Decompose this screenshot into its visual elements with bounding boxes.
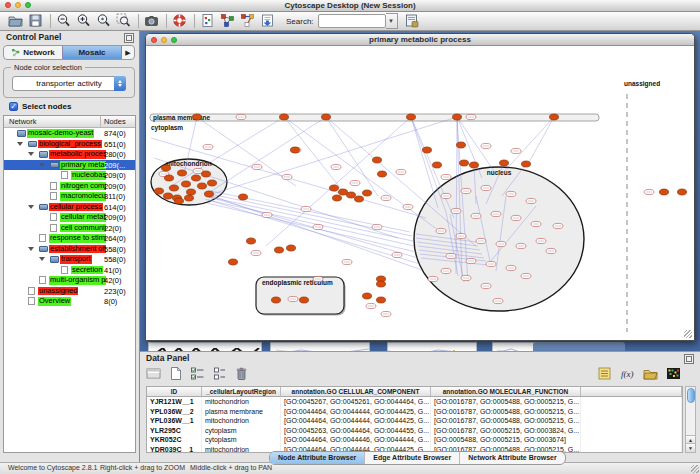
search-dropdown-arrow[interactable]: ▼ [386,13,398,29]
tree-row-nitrogen-compo[interactable]: nitrogen compo209(0) [4,181,135,192]
table-column-header[interactable]: annotation.GO CELLULAR_COMPONENT [281,387,431,397]
table-scrollbar[interactable]: ▲ ▼ [685,386,696,453]
gene-node[interactable] [330,185,339,191]
tree-row-macromolecule[interactable]: macromolecule311(0) [4,191,135,202]
tree-row-cell-communicat[interactable]: cell communicat22(0) [4,223,135,234]
window-resize-grip[interactable] [684,330,692,338]
gene-node[interactable] [272,297,281,303]
gene-node[interactable] [550,114,559,120]
gene-node[interactable] [423,147,432,153]
gene-node[interactable] [339,189,348,195]
tree-expander-icon[interactable] [28,205,34,209]
gene-node[interactable] [407,114,416,120]
attr-table-icon[interactable] [146,366,162,382]
annotation-icon[interactable] [260,13,276,29]
search-input[interactable] [318,14,386,28]
gene-node[interactable] [453,114,462,120]
nucleus-region[interactable] [414,167,584,311]
tree-expander-icon[interactable] [39,163,45,167]
index-config-icon[interactable] [404,13,420,29]
gene-node[interactable] [291,147,300,153]
network-edge[interactable] [210,117,326,192]
tab-edge-attribute-browser[interactable]: Edge Attribute Browser [364,452,459,464]
gene-node[interactable] [355,196,364,202]
attribute-list-icon[interactable] [597,366,613,382]
gene-node[interactable] [192,175,201,181]
network-edge[interactable] [284,117,438,230]
import-attributes-icon[interactable] [643,366,659,382]
gene-node[interactable] [155,188,164,194]
gene-node[interactable] [457,142,466,148]
gene-node[interactable] [377,281,386,287]
gene-node[interactable] [202,171,211,177]
gene-node[interactable] [347,192,356,198]
network-edge[interactable] [209,197,413,241]
tree-row-cellular-metabo[interactable]: cellular metabo209(0) [4,212,135,223]
app-resize-grip[interactable] [691,465,699,473]
gene-node[interactable] [205,191,214,197]
float-panel-icon[interactable] [124,33,134,43]
gene-node[interactable] [363,190,372,196]
gene-node[interactable] [247,238,256,244]
gene-node[interactable] [239,194,248,200]
tree-row-overview[interactable]: Overview8(0) [4,296,135,307]
table-column-header[interactable]: annotation.GO MOLECULAR_FUNCTION [431,387,581,397]
gene-node[interactable] [460,160,469,166]
open-file-icon[interactable] [8,13,24,29]
gene-node[interactable] [162,165,171,171]
gene-node[interactable] [377,297,386,303]
gene-node[interactable] [208,180,217,186]
gene-node[interactable] [470,162,479,168]
tab-mosaic[interactable]: Mosaic [62,46,122,59]
matrix-view-icon[interactable] [666,366,682,382]
gene-node[interactable] [322,114,331,120]
gene-node[interactable] [185,195,194,201]
vizmapper-edges-icon[interactable] [240,13,256,29]
table-row[interactable]: YPL036W__2plasma membrane[GO:0044464, GO… [147,407,682,417]
gene-node[interactable] [333,195,342,201]
table-column-header[interactable]: ID [147,387,202,397]
scrollbar-thumb[interactable] [687,388,695,403]
save-icon[interactable] [28,13,44,29]
gene-node[interactable] [378,171,387,177]
network-canvas[interactable]: plasma membranecytoplasmmitochondrionnuc… [146,46,694,340]
zoom-selected-icon[interactable] [96,13,112,29]
gene-node[interactable] [433,162,442,168]
gene-node[interactable] [522,161,531,167]
gene-node[interactable] [170,185,179,191]
vizmapper-nodes-icon[interactable] [220,13,236,29]
tree-expander-icon[interactable] [17,142,23,146]
tab-overflow-arrow[interactable]: ▶ [122,46,134,59]
tree-row-primary-metabolic-process[interactable]: primary metabolic process209(... [4,160,135,171]
network-edge[interactable] [208,200,414,246]
tree-row-secretion[interactable]: secretion41(0) [4,265,135,276]
zoom-fit-icon[interactable] [116,13,132,29]
function-builder-icon[interactable]: f(x) [620,366,636,382]
plasma-membrane-region[interactable] [150,114,599,121]
select-attributes-icon[interactable] [190,366,206,382]
gene-node[interactable] [198,183,207,189]
gene-node[interactable] [178,170,187,176]
gene-node[interactable] [229,259,238,265]
table-row[interactable]: YKR052Ccytoplasm[GO:0044464, GO:0044446,… [147,435,682,445]
tree-row-biological-process[interactable]: biological_process651(0) [4,139,135,150]
attribute-editor-icon[interactable] [200,13,216,29]
gene-node[interactable] [280,114,289,120]
table-column-header[interactable]: _cellularLayoutRegion [202,387,281,397]
gene-node[interactable] [164,193,173,199]
gene-node[interactable] [660,189,669,195]
tree-column-network[interactable]: Network [9,117,37,126]
scroll-down-button[interactable]: ▼ [686,443,695,452]
snapshot-camera-icon[interactable] [144,13,160,29]
tree-row-multi-organism-pro[interactable]: multi-organism pro42(0) [4,275,135,286]
float-data-panel-icon[interactable] [684,354,694,364]
gene-node[interactable] [300,297,309,303]
gene-node[interactable] [193,114,202,120]
node-color-dropdown[interactable]: transporter activity [12,76,126,91]
tree-expander-icon[interactable] [39,257,45,261]
table-row[interactable]: YJR121W__1mitochondrion[GO:0045267, GO:0… [147,397,682,407]
gene-node[interactable] [175,198,184,204]
tab-network-attribute-browser[interactable]: Network Attribute Browser [459,452,564,464]
gene-node[interactable] [165,175,174,181]
network-edge[interactable] [207,203,416,252]
